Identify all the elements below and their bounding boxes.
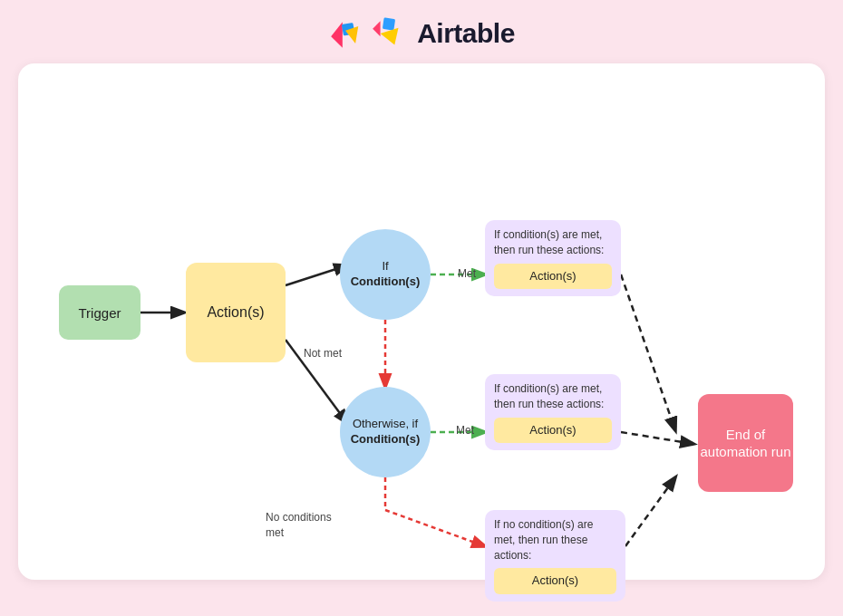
action-box1-inner: Action(s): [494, 264, 612, 289]
arrows-svg: [41, 95, 802, 548]
logo-text: Airtable: [417, 18, 515, 49]
svg-line-13: [621, 432, 693, 444]
diagram: Trigger Action(s) If Condition(s) Otherw…: [41, 95, 802, 548]
airtable-logo: Airtable: [328, 16, 515, 51]
action-box1-text: If condition(s) are met, then run these …: [494, 228, 604, 256]
label-not-met: Not met: [304, 347, 342, 360]
svg-line-14: [625, 477, 675, 546]
condition1-line2: Condition(s): [351, 274, 421, 290]
svg-line-11: [385, 510, 485, 546]
svg-marker-0: [331, 22, 343, 47]
action-box2-inner: Action(s): [494, 418, 612, 443]
condition2-line2: Condition(s): [351, 432, 421, 448]
label-no-cond: No conditionsmet: [266, 510, 332, 541]
action-box-3: If no condition(s) are met, then run the…: [485, 510, 625, 602]
trigger-node: Trigger: [59, 285, 140, 340]
condition1-node: If Condition(s): [340, 229, 431, 320]
header: Airtable: [328, 0, 515, 63]
label-met1: Met: [458, 267, 476, 280]
condition1-line1: If: [382, 259, 388, 274]
trigger-label: Trigger: [79, 305, 121, 321]
svg-line-12: [621, 274, 675, 430]
action-box3-text: If no condition(s) are met, then run the…: [494, 518, 593, 562]
svg-line-5: [286, 265, 347, 285]
actions-main-node: Action(s): [186, 263, 286, 362]
action-box-1: If condition(s) are met, then run these …: [485, 220, 621, 296]
action-box-2: If condition(s) are met, then run these …: [485, 374, 621, 450]
end-box: End of automation run: [698, 394, 793, 492]
label-met2: Met: [456, 424, 474, 437]
svg-rect-3: [383, 17, 395, 30]
action-box3-inner: Action(s): [494, 568, 616, 593]
condition2-node: Otherwise, if Condition(s): [340, 387, 431, 477]
condition2-line1: Otherwise, if: [353, 417, 418, 432]
main-card: Trigger Action(s) If Condition(s) Otherw…: [18, 63, 825, 580]
airtable-logo-mark: [370, 16, 408, 51]
airtable-logo-icon: [328, 16, 363, 51]
actions-main-label: Action(s): [207, 304, 264, 321]
action-box2-text: If condition(s) are met, then run these …: [494, 382, 604, 410]
end-label: End of automation run: [698, 426, 793, 461]
